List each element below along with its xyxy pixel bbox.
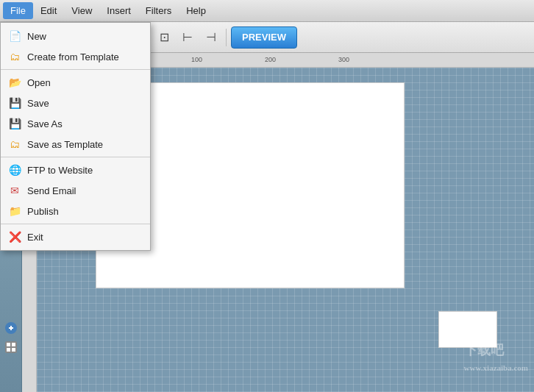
menu-help[interactable]: Help: [179, 2, 213, 19]
menu-insert[interactable]: Insert: [99, 2, 138, 19]
menu-item-send-email[interactable]: ✉ Send Email: [1, 180, 150, 201]
menu-item-save-as[interactable]: 💾 Save As: [1, 113, 150, 134]
save-as-template-icon: 🗂: [8, 138, 21, 151]
ftp-icon: 🌐: [8, 163, 21, 177]
canvas-small-box[interactable]: [438, 311, 497, 348]
create-template-icon: 🗂: [8, 50, 21, 63]
sidebar-icon-1[interactable]: [2, 319, 20, 337]
create-template-label: Create from Template: [27, 51, 119, 63]
menu-item-open[interactable]: 📂 Open: [1, 72, 150, 93]
menu-view[interactable]: View: [64, 2, 99, 19]
save-as-label: Save As: [27, 118, 63, 129]
publish-icon: 📁: [8, 204, 21, 218]
svg-rect-4: [7, 348, 10, 352]
separator-3: [1, 224, 150, 224]
sidebar-icon-2[interactable]: [2, 338, 20, 356]
file-dropdown-menu: 📄 New 🗂 Create from Template 📂 Open 💾 Sa…: [0, 22, 151, 251]
menubar: File Edit View Insert Filters Help 📄 New…: [0, 0, 534, 22]
separator-1: [1, 69, 150, 70]
menu-file[interactable]: File: [3, 2, 33, 19]
send-email-label: Send Email: [27, 185, 76, 196]
menu-item-new[interactable]: 📄 New: [1, 26, 150, 46]
save-label: Save: [27, 98, 49, 109]
svg-rect-2: [7, 343, 10, 346]
menu-edit[interactable]: Edit: [33, 2, 64, 19]
new-label: New: [27, 31, 46, 42]
publish-label: Publish: [27, 206, 59, 217]
menu-item-ftp[interactable]: 🌐 FTP to Website: [1, 160, 150, 180]
save-icon: 💾: [8, 96, 21, 110]
svg-rect-5: [12, 348, 15, 352]
new-icon: 📄: [8, 29, 21, 43]
menu-item-create-template[interactable]: 🗂 Create from Template: [1, 46, 150, 67]
menu-item-exit[interactable]: ❌ Exit: [1, 227, 150, 247]
exit-icon: ❌: [8, 230, 21, 243]
align-top-button[interactable]: ⊡: [154, 27, 174, 48]
menu-item-publish[interactable]: 📁 Publish: [1, 201, 150, 221]
ftp-label: FTP to Website: [27, 165, 93, 176]
exit-label: Exit: [27, 232, 43, 243]
toolbar-sep-2: [226, 29, 227, 46]
preview-button[interactable]: PREVIEW: [231, 26, 297, 49]
menu-item-save-as-template[interactable]: 🗂 Save as Template: [1, 134, 150, 154]
save-as-template-label: Save as Template: [27, 139, 103, 150]
align-middle-button[interactable]: ⊢: [177, 27, 198, 48]
svg-rect-3: [12, 343, 15, 346]
save-as-icon: 💾: [8, 117, 21, 130]
menu-item-save[interactable]: 💾 Save: [1, 93, 150, 113]
separator-2: [1, 157, 150, 157]
align-bottom-button[interactable]: ⊣: [201, 27, 221, 48]
open-icon: 📂: [8, 76, 21, 89]
send-email-icon: ✉: [8, 184, 21, 197]
menu-filters[interactable]: Filters: [138, 2, 179, 19]
open-label: Open: [27, 77, 51, 88]
